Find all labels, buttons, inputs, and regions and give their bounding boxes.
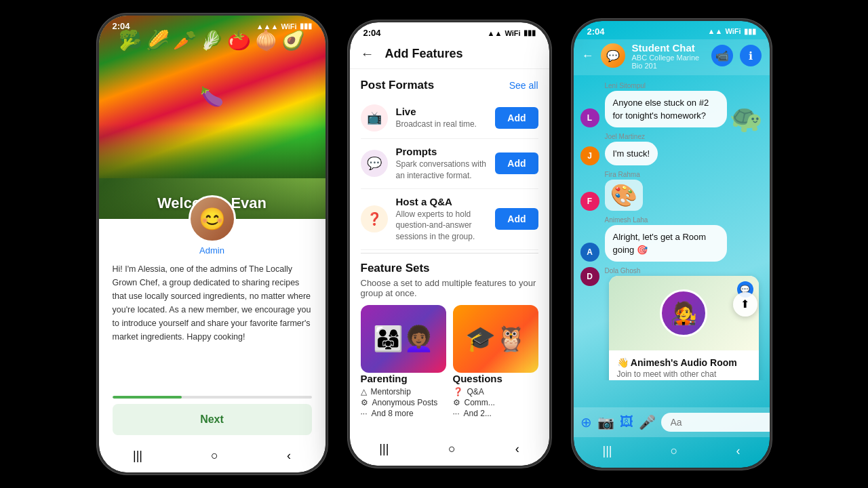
audio-room-card[interactable]: 🧑‍🎤 💬 👋 Animesh's Audio Room Join to mee…	[609, 276, 759, 380]
room-card-header: 🧑‍🎤 💬	[609, 276, 759, 350]
veggie-1: 🥦	[119, 29, 142, 82]
back-arrow-icon[interactable]: ←	[361, 46, 374, 62]
signal-icon-3: ▲▲	[708, 27, 723, 35]
text-animesh: Alright, let's get a Room going 🎯	[613, 232, 707, 255]
veggie-5: 🍅	[227, 29, 251, 82]
nav-home-3[interactable]: ○	[671, 444, 678, 458]
questions-set[interactable]: 🎓🦉 Questions ❓ Q&A ⚙ Comm...	[453, 305, 538, 424]
progress-track	[113, 396, 312, 399]
live-icon: 📺	[361, 104, 388, 131]
bubble-animesh: Alright, let's get a Room going 🎯	[605, 225, 727, 262]
chat-title: Student Chat	[632, 42, 705, 54]
nav-recent-2[interactable]: ‹	[515, 442, 519, 456]
nav-home-icon[interactable]: ○	[211, 449, 218, 463]
chat-header-info: Student Chat ABC College Marine Bio 201	[632, 42, 705, 70]
feature-qa: ❓ Host a Q&A Allow experts to hold quest…	[361, 189, 538, 250]
msg-bubble-leni: Leni Sitompul Anyone else stuck on #2 fo…	[605, 82, 727, 127]
parenting-anon: ⚙ Anonymous Posts	[361, 398, 446, 407]
camera-icon[interactable]: 📷	[597, 414, 614, 430]
add-icon[interactable]: ⊕	[580, 414, 592, 430]
nav-back-icon[interactable]: |||	[133, 449, 142, 463]
nav-bar-2: ||| ○ ‹	[350, 435, 549, 466]
sets-grid: 👨‍👩‍👧👩🏾‍🦱 Parenting △ Mentorship ⚙ Anony…	[361, 305, 538, 424]
prompts-icon: 💬	[361, 150, 388, 177]
parenting-illustration: 👨‍👩‍👧👩🏾‍🦱	[361, 305, 446, 373]
message-2: J Joel Martinez I'm stuck!	[580, 133, 763, 165]
veggie-8: 🍆	[200, 85, 224, 138]
msg-bubble-fira: Fira Rahma 🎨	[605, 171, 643, 211]
prompts-info: Prompts Spark conversations with an inte…	[396, 146, 496, 182]
parenting-name: Parenting	[361, 373, 446, 384]
video-call-icon[interactable]: 📹	[711, 45, 733, 66]
parenting-set[interactable]: 👨‍👩‍👧👩🏾‍🦱 Parenting △ Mentorship ⚙ Anony…	[361, 305, 446, 424]
see-all-link[interactable]: See all	[509, 80, 538, 91]
share-button[interactable]: ⬆	[733, 292, 757, 317]
phone-3: 2:04 ▲▲ WiFi ▮▮▮ ← 💬 Student Chat ABC Co…	[572, 19, 772, 470]
qa-label: Q&A	[467, 387, 484, 396]
image-icon[interactable]: 🖼	[620, 414, 633, 430]
status-icons-3: ▲▲ WiFi ▮▮▮	[708, 27, 756, 36]
back-button-chat[interactable]: ←	[582, 49, 594, 63]
status-bar-2: 2:04 ▲▲ WiFi ▮▮▮	[350, 22, 549, 41]
admin-badge: Admin	[199, 245, 224, 256]
room-sender-row: D Dola Ghosh 🧑‍🎤 💬 👋 Animesh's Audio Roo…	[580, 267, 763, 380]
room-card-container: Dola Ghosh 🧑‍🎤 💬 👋 Animesh's Audio Room …	[605, 267, 763, 380]
live-desc: Broadcast in real time.	[396, 119, 496, 130]
nav-recent-3[interactable]: ‹	[736, 444, 740, 458]
info-icon[interactable]: ℹ	[740, 45, 762, 66]
nav-recent-icon[interactable]: ‹	[287, 449, 291, 463]
welcome-content: Hi! I'm Alessia, one of the admins of Th…	[99, 256, 326, 388]
live-name: Live	[396, 106, 496, 117]
questions-info: Questions ❓ Q&A ⚙ Comm... ··· And 2...	[453, 373, 538, 424]
nav-back-3[interactable]: |||	[603, 444, 612, 458]
veggie-4: 🥬	[200, 29, 224, 82]
message-input[interactable]	[661, 413, 770, 432]
anon-posts-label: Anonymous Posts	[372, 398, 438, 407]
text-joel: I'm stuck!	[613, 148, 650, 159]
phone-2: 2:04 ▲▲ WiFi ▮▮▮ ← Add Features Post For…	[348, 20, 551, 468]
vegetable-background: 🥦 🌽 🥕 🥬 🍅 🧅 🥑 🍆	[99, 16, 326, 178]
room-host-avatar: 🧑‍🎤	[660, 289, 707, 337]
questions-name: Questions	[453, 373, 538, 384]
add-qa-button[interactable]: Add	[495, 208, 538, 230]
qa-desc: Allow experts to hold question-and-answe…	[396, 209, 496, 243]
post-formats-header: Post Formats See all	[361, 69, 538, 98]
veggie-decorations: 🥦 🌽 🥕 🥬 🍅 🧅 🥑 🍆	[99, 22, 326, 144]
page-header: ← Add Features	[350, 41, 549, 69]
sender-leni: Leni Sitompul	[605, 82, 727, 89]
parenting-info: Parenting △ Mentorship ⚙ Anonymous Posts…	[361, 373, 446, 424]
time-3: 2:04	[587, 26, 605, 37]
nav-home-2[interactable]: ○	[448, 442, 456, 456]
add-live-button[interactable]: Add	[495, 107, 538, 129]
feature-sets-desc: Choose a set to add multiple features to…	[361, 278, 538, 298]
chat-group-avatar: 💬	[601, 43, 625, 68]
prompts-name: Prompts	[396, 146, 496, 157]
progress-area	[99, 388, 326, 404]
parenting-card-image: 👨‍👩‍👧👩🏾‍🦱	[361, 305, 446, 373]
wifi-icon: WiFi	[281, 22, 296, 30]
welcome-body-text: Hi! I'm Alessia, one of the admins of Th…	[113, 262, 312, 344]
sender-fira: Fira Rahma	[605, 171, 643, 178]
features-body: Post Formats See all 📺 Live Broadcast in…	[350, 69, 549, 435]
wifi-icon-2: WiFi	[505, 29, 520, 37]
parenting-mentorship: △ Mentorship	[361, 387, 446, 396]
questions-illustration: 🎓🦉	[453, 305, 538, 373]
avatar-fira: F	[580, 192, 599, 211]
mic-icon[interactable]: 🎤	[639, 414, 656, 430]
avatar-animesh: A	[580, 243, 599, 262]
qa-name: Host a Q&A	[396, 196, 496, 207]
next-button[interactable]: Next	[113, 404, 312, 435]
avatar-dola: D	[580, 267, 599, 286]
bubble-joel: I'm stuck!	[605, 142, 658, 165]
msg-bubble-animesh: Animesh Laha Alright, let's get a Room g…	[605, 216, 727, 262]
questions-comm: ⚙ Comm...	[453, 398, 538, 407]
prompts-desc: Spark conversations with an interactive …	[396, 159, 496, 182]
room-info: 👋 Animesh's Audio Room Join to meet with…	[609, 350, 759, 380]
add-prompts-button[interactable]: Add	[495, 152, 538, 174]
chat-subtitle: ABC College Marine Bio 201	[632, 54, 705, 70]
mentorship-label: Mentorship	[371, 387, 411, 396]
status-bar-3: 2:04 ▲▲ WiFi ▮▮▮	[574, 21, 770, 39]
nav-back-2[interactable]: |||	[379, 442, 389, 456]
questions-qa: ❓ Q&A	[453, 387, 538, 396]
battery-icon: ▮▮▮	[300, 22, 312, 30]
